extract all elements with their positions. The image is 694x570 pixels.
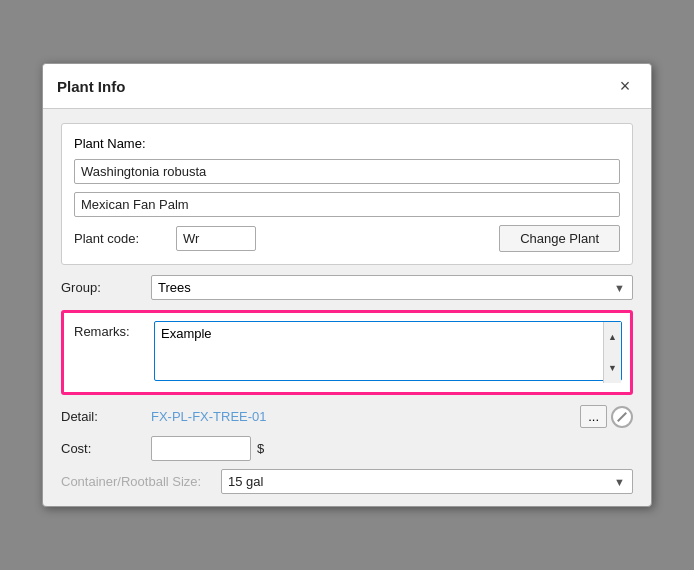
- detail-row: Detail: FX-PL-FX-TREE-01 ...: [61, 405, 633, 428]
- plant-info-section: Plant Name: Plant code: Change Plant: [61, 123, 633, 265]
- plant-name-1-row: [74, 159, 620, 184]
- dollar-sign: $: [257, 441, 264, 456]
- cost-label: Cost:: [61, 441, 151, 456]
- group-label: Group:: [61, 280, 151, 295]
- group-row: Group: Trees Shrubs Ground Cover Annuals…: [61, 275, 633, 300]
- plant-code-row: Plant code: Change Plant: [74, 225, 620, 252]
- plant-code-label: Plant code:: [74, 231, 164, 246]
- container-label: Container/Rootball Size:: [61, 474, 221, 489]
- plant-code-input[interactable]: [176, 226, 256, 251]
- group-select[interactable]: Trees Shrubs Ground Cover Annuals: [151, 275, 633, 300]
- detail-ellipsis-button[interactable]: ...: [580, 405, 607, 428]
- change-plant-button[interactable]: Change Plant: [499, 225, 620, 252]
- plant-name-2-row: [74, 192, 620, 217]
- plant-info-dialog: Plant Info × Plant Name: Plant code: Cha…: [42, 63, 652, 507]
- group-select-wrapper: Trees Shrubs Ground Cover Annuals ▼: [151, 275, 633, 300]
- bottom-section: Detail: FX-PL-FX-TREE-01 ... Cost: $ Con…: [61, 405, 633, 506]
- plant-name-1-input[interactable]: [74, 159, 620, 184]
- dialog-title: Plant Info: [57, 78, 125, 95]
- detail-value: FX-PL-FX-TREE-01: [151, 409, 580, 424]
- scroll-up-button[interactable]: ▲: [604, 322, 621, 353]
- scrollbar: ▲ ▼: [603, 322, 621, 383]
- cost-input[interactable]: [151, 436, 251, 461]
- remarks-textarea-wrapper: Example ▲ ▼: [154, 321, 622, 384]
- detail-label: Detail:: [61, 409, 151, 424]
- dialog-body: Plant Name: Plant code: Change Plant Gro…: [43, 109, 651, 506]
- plant-name-2-input[interactable]: [74, 192, 620, 217]
- remarks-section: Remarks: Example ▲ ▼: [61, 310, 633, 395]
- plant-name-label-row: Plant Name:: [74, 136, 620, 151]
- close-button[interactable]: ×: [613, 74, 637, 98]
- no-entry-icon: [617, 412, 627, 422]
- container-select[interactable]: 15 gal 5 gal 24" box: [221, 469, 633, 494]
- container-select-wrapper: 15 gal 5 gal 24" box ▼: [221, 469, 633, 494]
- remarks-label: Remarks:: [74, 321, 154, 339]
- cost-row: Cost: $: [61, 436, 633, 461]
- scroll-down-button[interactable]: ▼: [604, 353, 621, 384]
- plant-name-label: Plant Name:: [74, 136, 146, 151]
- no-entry-button[interactable]: [611, 406, 633, 428]
- dialog-titlebar: Plant Info ×: [43, 64, 651, 109]
- remarks-textarea[interactable]: Example: [154, 321, 622, 381]
- container-row: Container/Rootball Size: 15 gal 5 gal 24…: [61, 469, 633, 494]
